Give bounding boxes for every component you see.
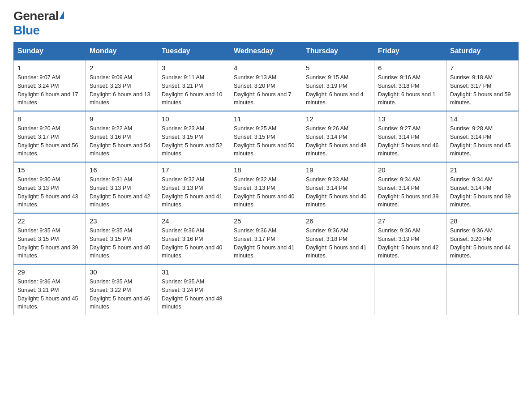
day-number: 18 — [234, 166, 298, 174]
logo-general-text: General — [13, 9, 59, 23]
day-info: Sunrise: 9:22 AMSunset: 3:16 PMDaylight:… — [90, 125, 150, 157]
day-number: 6 — [378, 64, 442, 72]
day-info: Sunrise: 9:31 AMSunset: 3:13 PMDaylight:… — [90, 176, 150, 208]
day-number: 13 — [378, 115, 442, 123]
calendar-week-row: 1 Sunrise: 9:07 AMSunset: 3:24 PMDayligh… — [14, 60, 519, 111]
day-number: 11 — [234, 115, 298, 123]
column-header-wednesday: Wednesday — [230, 43, 302, 60]
calendar-cell: 29 Sunrise: 9:36 AMSunset: 3:21 PMDaylig… — [14, 264, 86, 315]
calendar-cell: 3 Sunrise: 9:11 AMSunset: 3:21 PMDayligh… — [158, 60, 230, 111]
calendar-cell: 27 Sunrise: 9:36 AMSunset: 3:19 PMDaylig… — [374, 213, 446, 264]
day-number: 26 — [306, 217, 370, 225]
calendar-cell: 13 Sunrise: 9:27 AMSunset: 3:14 PMDaylig… — [374, 111, 446, 162]
day-info: Sunrise: 9:25 AMSunset: 3:15 PMDaylight:… — [234, 125, 295, 157]
day-number: 21 — [450, 166, 515, 174]
day-info: Sunrise: 9:36 AMSunset: 3:21 PMDaylight:… — [17, 278, 78, 310]
day-number: 23 — [90, 217, 154, 225]
day-number: 29 — [17, 268, 82, 276]
calendar-cell: 18 Sunrise: 9:32 AMSunset: 3:13 PMDaylig… — [230, 162, 302, 213]
day-number: 7 — [450, 64, 515, 72]
day-info: Sunrise: 9:20 AMSunset: 3:17 PMDaylight:… — [17, 125, 78, 157]
calendar-cell: 7 Sunrise: 9:18 AMSunset: 3:17 PMDayligh… — [446, 60, 519, 111]
day-info: Sunrise: 9:32 AMSunset: 3:13 PMDaylight:… — [234, 176, 295, 208]
calendar-week-row: 8 Sunrise: 9:20 AMSunset: 3:17 PMDayligh… — [14, 111, 519, 162]
calendar-cell: 22 Sunrise: 9:35 AMSunset: 3:15 PMDaylig… — [14, 213, 86, 264]
column-header-sunday: Sunday — [14, 43, 86, 60]
logo-blue-text: Blue — [13, 23, 40, 38]
day-number: 14 — [450, 115, 515, 123]
day-info: Sunrise: 9:07 AMSunset: 3:24 PMDaylight:… — [17, 74, 78, 106]
calendar-cell: 14 Sunrise: 9:28 AMSunset: 3:14 PMDaylig… — [446, 111, 519, 162]
calendar-cell: 11 Sunrise: 9:25 AMSunset: 3:15 PMDaylig… — [230, 111, 302, 162]
day-number: 28 — [450, 217, 515, 225]
calendar-week-row: 15 Sunrise: 9:30 AMSunset: 3:13 PMDaylig… — [14, 162, 519, 213]
calendar-cell: 24 Sunrise: 9:36 AMSunset: 3:16 PMDaylig… — [158, 213, 230, 264]
calendar-cell: 4 Sunrise: 9:13 AMSunset: 3:20 PMDayligh… — [230, 60, 302, 111]
day-info: Sunrise: 9:36 AMSunset: 3:20 PMDaylight:… — [450, 227, 511, 259]
day-number: 8 — [17, 115, 82, 123]
column-header-friday: Friday — [374, 43, 446, 60]
day-number: 27 — [378, 217, 442, 225]
calendar-cell: 17 Sunrise: 9:32 AMSunset: 3:13 PMDaylig… — [158, 162, 230, 213]
calendar-cell: 21 Sunrise: 9:34 AMSunset: 3:14 PMDaylig… — [446, 162, 519, 213]
calendar-cell: 5 Sunrise: 9:15 AMSunset: 3:19 PMDayligh… — [302, 60, 374, 111]
day-info: Sunrise: 9:35 AMSunset: 3:24 PMDaylight:… — [162, 278, 223, 310]
logo-triangle-icon — [60, 11, 64, 19]
day-info: Sunrise: 9:36 AMSunset: 3:19 PMDaylight:… — [378, 227, 439, 259]
day-info: Sunrise: 9:27 AMSunset: 3:14 PMDaylight:… — [378, 125, 439, 157]
calendar-cell: 30 Sunrise: 9:35 AMSunset: 3:22 PMDaylig… — [86, 264, 158, 315]
day-number: 3 — [162, 64, 226, 72]
day-info: Sunrise: 9:36 AMSunset: 3:17 PMDaylight:… — [234, 227, 295, 259]
day-info: Sunrise: 9:09 AMSunset: 3:23 PMDaylight:… — [90, 74, 150, 106]
calendar-cell: 15 Sunrise: 9:30 AMSunset: 3:13 PMDaylig… — [14, 162, 86, 213]
calendar-cell: 25 Sunrise: 9:36 AMSunset: 3:17 PMDaylig… — [230, 213, 302, 264]
column-header-tuesday: Tuesday — [158, 43, 230, 60]
day-info: Sunrise: 9:35 AMSunset: 3:22 PMDaylight:… — [90, 278, 150, 310]
day-info: Sunrise: 9:35 AMSunset: 3:15 PMDaylight:… — [90, 227, 150, 259]
calendar-cell: 26 Sunrise: 9:36 AMSunset: 3:18 PMDaylig… — [302, 213, 374, 264]
logo: General Blue — [13, 9, 64, 38]
calendar-header: SundayMondayTuesdayWednesdayThursdayFrid… — [14, 43, 519, 60]
calendar-cell: 6 Sunrise: 9:16 AMSunset: 3:18 PMDayligh… — [374, 60, 446, 111]
calendar-cell: 8 Sunrise: 9:20 AMSunset: 3:17 PMDayligh… — [14, 111, 86, 162]
day-number: 10 — [162, 115, 226, 123]
day-number: 19 — [306, 166, 370, 174]
calendar-week-row: 29 Sunrise: 9:36 AMSunset: 3:21 PMDaylig… — [14, 264, 519, 315]
calendar-cell: 31 Sunrise: 9:35 AMSunset: 3:24 PMDaylig… — [158, 264, 230, 315]
day-number: 9 — [90, 115, 154, 123]
day-info: Sunrise: 9:26 AMSunset: 3:14 PMDaylight:… — [306, 125, 367, 157]
calendar-cell — [302, 264, 374, 315]
calendar-table: SundayMondayTuesdayWednesdayThursdayFrid… — [13, 42, 519, 315]
calendar-cell: 9 Sunrise: 9:22 AMSunset: 3:16 PMDayligh… — [86, 111, 158, 162]
calendar-cell: 1 Sunrise: 9:07 AMSunset: 3:24 PMDayligh… — [14, 60, 86, 111]
day-number: 16 — [90, 166, 154, 174]
calendar-cell: 12 Sunrise: 9:26 AMSunset: 3:14 PMDaylig… — [302, 111, 374, 162]
day-info: Sunrise: 9:35 AMSunset: 3:15 PMDaylight:… — [17, 227, 78, 259]
day-info: Sunrise: 9:28 AMSunset: 3:14 PMDaylight:… — [450, 125, 511, 157]
day-number: 15 — [17, 166, 82, 174]
calendar-cell: 10 Sunrise: 9:23 AMSunset: 3:15 PMDaylig… — [158, 111, 230, 162]
day-number: 20 — [378, 166, 442, 174]
calendar-cell: 23 Sunrise: 9:35 AMSunset: 3:15 PMDaylig… — [86, 213, 158, 264]
day-number: 1 — [17, 64, 82, 72]
day-info: Sunrise: 9:16 AMSunset: 3:18 PMDaylight:… — [378, 74, 436, 106]
day-number: 24 — [162, 217, 226, 225]
day-info: Sunrise: 9:11 AMSunset: 3:21 PMDaylight:… — [162, 74, 223, 106]
day-info: Sunrise: 9:23 AMSunset: 3:15 PMDaylight:… — [162, 125, 223, 157]
day-info: Sunrise: 9:34 AMSunset: 3:14 PMDaylight:… — [378, 176, 439, 208]
header: General Blue — [13, 9, 519, 38]
day-number: 12 — [306, 115, 370, 123]
calendar-cell: 19 Sunrise: 9:33 AMSunset: 3:14 PMDaylig… — [302, 162, 374, 213]
column-header-saturday: Saturday — [446, 43, 519, 60]
calendar-cell — [374, 264, 446, 315]
day-number: 2 — [90, 64, 154, 72]
day-number: 5 — [306, 64, 370, 72]
calendar-cell: 2 Sunrise: 9:09 AMSunset: 3:23 PMDayligh… — [86, 60, 158, 111]
calendar-cell: 28 Sunrise: 9:36 AMSunset: 3:20 PMDaylig… — [446, 213, 519, 264]
day-info: Sunrise: 9:36 AMSunset: 3:18 PMDaylight:… — [306, 227, 367, 259]
calendar-header-row: SundayMondayTuesdayWednesdayThursdayFrid… — [14, 43, 519, 60]
day-info: Sunrise: 9:34 AMSunset: 3:14 PMDaylight:… — [450, 176, 511, 208]
day-info: Sunrise: 9:33 AMSunset: 3:14 PMDaylight:… — [306, 176, 367, 208]
calendar-cell: 20 Sunrise: 9:34 AMSunset: 3:14 PMDaylig… — [374, 162, 446, 213]
calendar-cell — [230, 264, 302, 315]
